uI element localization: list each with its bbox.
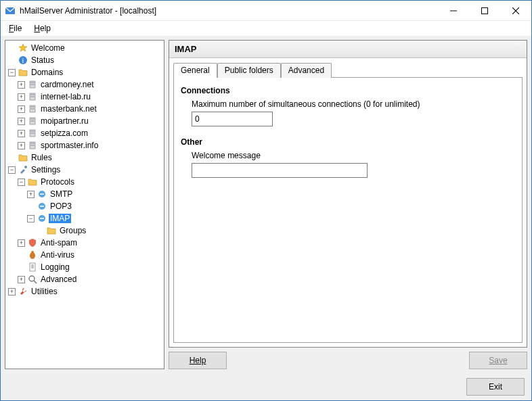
tree-antispam[interactable]: +Anti-spam: [7, 237, 162, 249]
expand-toggle[interactable]: −: [27, 215, 35, 222]
svg-rect-31: [30, 263, 35, 271]
svg-rect-23: [30, 143, 35, 144]
expand-toggle[interactable]: +: [18, 81, 25, 89]
maximize-button[interactable]: [469, 1, 500, 21]
titlebar: hMailServer Administrator - [localhost]: [1, 1, 531, 21]
svg-rect-9: [30, 84, 35, 85]
expand-toggle[interactable]: +: [18, 105, 25, 113]
save-button[interactable]: Save: [469, 352, 527, 369]
welcome-message-label: Welcome message: [192, 151, 515, 160]
max-connections-input[interactable]: [192, 112, 273, 126]
content-panel: IMAP General Public folders Advanced Con…: [169, 40, 527, 348]
svg-rect-17: [30, 118, 35, 120]
body: Welcome iStatus −Domains +cardmoney.net+…: [1, 36, 531, 373]
tree-domain-item[interactable]: +moipartner.ru: [7, 115, 162, 127]
protocol-icon: [37, 213, 47, 224]
expand-toggle[interactable]: +: [18, 142, 25, 149]
shield-icon: [27, 237, 38, 248]
expand-toggle[interactable]: +: [27, 191, 35, 198]
log-icon: [27, 262, 38, 273]
tree-rules[interactable]: Rules: [7, 151, 162, 164]
max-connections-label: Maximum number of simultaneous connectio…: [192, 99, 515, 109]
tree-advanced[interactable]: +Advanced: [7, 273, 162, 285]
server-icon: [27, 140, 38, 151]
svg-rect-15: [30, 108, 35, 110]
tree-imap[interactable]: −IMAP: [7, 212, 162, 225]
tab-page-general: Connections Maximum number of simultaneo…: [173, 77, 523, 343]
tree-logging[interactable]: Logging: [7, 261, 162, 273]
server-icon: [27, 79, 38, 90]
svg-rect-2: [482, 7, 488, 14]
tree-pop3[interactable]: POP3: [7, 200, 162, 212]
tree-protocols[interactable]: −Protocols: [7, 176, 162, 188]
tab-general[interactable]: General: [173, 63, 217, 78]
menu-help[interactable]: Help: [28, 22, 56, 34]
tree-domain-item[interactable]: +masterbank.net: [7, 103, 162, 115]
tree-smtp[interactable]: +SMTP: [7, 188, 162, 200]
main-pane: IMAP General Public folders Advanced Con…: [169, 40, 527, 369]
tree-domains[interactable]: −Domains: [7, 66, 162, 78]
tree-domain-item[interactable]: +setpizza.com: [7, 127, 162, 139]
tools-icon: [18, 164, 28, 175]
svg-rect-8: [30, 82, 35, 83]
section-other: Other: [181, 137, 515, 147]
expand-toggle[interactable]: +: [18, 118, 25, 125]
expand-toggle[interactable]: +: [18, 239, 25, 247]
panel-button-row: Help Save: [169, 352, 527, 369]
magnifier-icon: [27, 274, 38, 285]
expand-toggle[interactable]: +: [8, 288, 16, 296]
tab-advanced[interactable]: Advanced: [281, 63, 332, 78]
folder-icon: [27, 176, 38, 187]
expand-toggle[interactable]: −: [18, 179, 25, 186]
tree-status[interactable]: iStatus: [7, 54, 162, 66]
svg-rect-20: [30, 131, 35, 132]
expand-toggle[interactable]: +: [18, 276, 25, 283]
tree-welcome[interactable]: Welcome: [7, 42, 162, 54]
tree-antivirus[interactable]: Anti-virus: [7, 249, 162, 261]
window-buttons: [438, 1, 531, 21]
tree-domain-item[interactable]: +sportmaster.info: [7, 139, 162, 151]
welcome-message-input[interactable]: [192, 163, 368, 178]
tree-domain-item[interactable]: +internet-lab.ru: [7, 91, 162, 103]
svg-rect-18: [30, 120, 35, 122]
protocol-icon: [37, 189, 47, 199]
server-icon: [27, 103, 38, 114]
wrench-icon: [18, 286, 28, 297]
svg-line-36: [34, 281, 37, 283]
svg-point-35: [29, 276, 35, 281]
menu-file[interactable]: File: [3, 22, 27, 34]
svg-rect-24: [30, 145, 35, 146]
server-icon: [27, 128, 38, 139]
help-button[interactable]: Help: [169, 352, 227, 369]
tree-utilities[interactable]: +Utilities: [7, 285, 162, 298]
server-icon: [27, 116, 38, 126]
folder-icon: [18, 67, 28, 78]
tree-settings[interactable]: −Settings: [7, 164, 162, 176]
minimize-button[interactable]: [438, 1, 469, 21]
tree-groups[interactable]: Groups: [7, 225, 162, 237]
expand-toggle[interactable]: −: [8, 166, 16, 174]
svg-rect-11: [30, 94, 35, 95]
info-icon: i: [18, 55, 28, 66]
window-title: hMailServer Administrator - [localhost]: [20, 6, 438, 16]
close-button[interactable]: [500, 1, 531, 21]
bug-icon: [27, 250, 38, 260]
panel-title: IMAP: [169, 41, 527, 58]
tab-public-folders[interactable]: Public folders: [217, 63, 281, 78]
app-window: hMailServer Administrator - [localhost] …: [0, 0, 532, 401]
expand-toggle[interactable]: −: [8, 69, 16, 76]
nav-tree[interactable]: Welcome iStatus −Domains +cardmoney.net+…: [5, 40, 164, 369]
svg-point-30: [31, 251, 34, 254]
star-icon: [18, 43, 28, 53]
tree-domain-item[interactable]: +cardmoney.net: [7, 78, 162, 91]
protocol-icon: [37, 201, 47, 212]
svg-text:i: i: [22, 57, 24, 64]
exit-button[interactable]: Exit: [466, 378, 525, 396]
svg-rect-21: [30, 133, 35, 134]
expand-toggle[interactable]: +: [18, 93, 25, 101]
section-connections: Connections: [181, 86, 515, 95]
expand-toggle[interactable]: +: [18, 130, 25, 137]
tabstrip: General Public folders Advanced: [169, 58, 527, 77]
folder-icon: [46, 225, 57, 236]
app-icon: [5, 5, 16, 16]
